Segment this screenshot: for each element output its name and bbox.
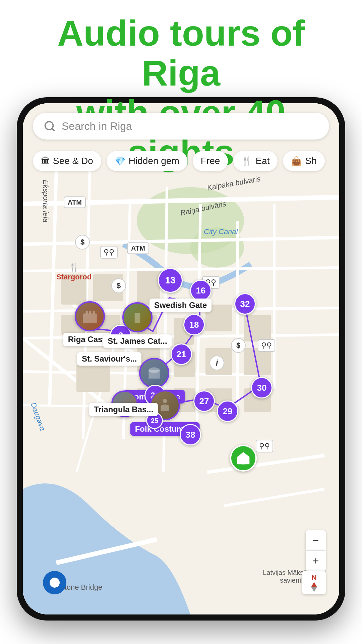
swedish-gate-label: Swedish Gate xyxy=(149,299,212,312)
eat-icon: 🍴 xyxy=(241,156,252,166)
svg-marker-52 xyxy=(237,452,250,457)
marker-3-label: St. James Cat... xyxy=(103,334,172,348)
marker-1-riga-castle[interactable]: Riga Castle xyxy=(75,301,105,331)
svg-rect-34 xyxy=(76,365,110,392)
svg-point-50 xyxy=(163,399,167,403)
chip-eat[interactable]: 🍴 Eat xyxy=(233,151,278,171)
street-label-city-canal: City Canal xyxy=(204,227,238,236)
chip-free[interactable]: Free xyxy=(193,151,228,171)
svg-line-43 xyxy=(52,128,54,131)
marker-21[interactable]: 21 xyxy=(171,343,192,365)
chip-see-do[interactable]: 🏛 See & Do xyxy=(33,151,101,171)
st-saviours-label: St. Saviour's... xyxy=(77,352,141,366)
chip-free-label: Free xyxy=(201,156,220,166)
svg-rect-44 xyxy=(83,314,97,323)
marker-38[interactable]: 38 xyxy=(180,424,201,445)
chip-hidden-gem[interactable]: 💎 Hidden gem xyxy=(107,151,187,171)
triangula-bas-label: Triangula Bas... xyxy=(89,403,158,416)
people-marker-3: ⚲⚲ xyxy=(258,339,275,352)
marker-30[interactable]: 30 xyxy=(251,377,273,398)
chip-hidden-gem-label: Hidden gem xyxy=(129,156,179,166)
dollar-marker-3: $ xyxy=(231,338,246,353)
compass: N xyxy=(302,571,326,594)
svg-rect-53 xyxy=(242,459,245,465)
phone-frame: Eksporta iela Kalpaka bulvāris Raiņa bul… xyxy=(17,97,345,621)
marker-18[interactable]: 18 xyxy=(183,314,205,335)
chip-eat-label: Eat xyxy=(255,156,269,166)
chip-see-do-label: See & Do xyxy=(53,156,93,166)
hidden-gem-icon: 💎 xyxy=(115,156,125,166)
marker-29[interactable]: 29 xyxy=(217,400,238,422)
info-marker: i xyxy=(209,356,224,370)
map-container: Eksporta iela Kalpaka bulvāris Raiņa bul… xyxy=(23,103,339,614)
zoom-out-button[interactable]: − + xyxy=(306,530,326,571)
people-marker-1: ⚲⚲ xyxy=(100,246,118,259)
svg-rect-45 xyxy=(86,311,88,314)
restaurant-marker: 🍴 Stargorod xyxy=(56,262,92,281)
green-landmark[interactable] xyxy=(230,445,257,472)
street-label-eksporta: Eksporta iela xyxy=(41,180,50,222)
dollar-marker-1: $ xyxy=(75,235,90,250)
svg-rect-47 xyxy=(93,311,95,314)
atm-marker-2: ATM xyxy=(127,243,149,254)
search-icon xyxy=(43,119,56,133)
marker-16[interactable]: 16 xyxy=(190,280,212,301)
shop-icon: 👜 xyxy=(291,156,302,166)
marker-13[interactable]: 13 xyxy=(158,268,183,293)
people-marker-4: ⚲⚲ xyxy=(256,440,273,452)
chip-shop[interactable]: 👜 Sh xyxy=(283,151,324,171)
zoom-in-button[interactable]: + xyxy=(306,551,326,571)
svg-rect-46 xyxy=(89,311,91,314)
chip-shop-label: Sh xyxy=(305,156,316,166)
location-dot[interactable] xyxy=(43,571,66,594)
search-placeholder: Search in Riga xyxy=(62,120,132,132)
filter-chips-container: 🏛 See & Do 💎 Hidden gem Free 🍴 Eat 👜 Sh xyxy=(23,146,339,176)
atm-marker-1: ATM xyxy=(64,197,86,208)
dollar-marker-2: $ xyxy=(111,278,126,293)
search-bar[interactable]: Search in Riga xyxy=(33,113,329,140)
phone-screen: Eksporta iela Kalpaka bulvāris Raiņa bul… xyxy=(23,103,339,614)
marker-32[interactable]: 32 xyxy=(234,293,256,315)
marker-27[interactable]: 27 xyxy=(193,390,215,412)
see-do-icon: 🏛 xyxy=(41,156,50,166)
marker-3-st-james[interactable]: St. James Cat... xyxy=(122,302,153,332)
